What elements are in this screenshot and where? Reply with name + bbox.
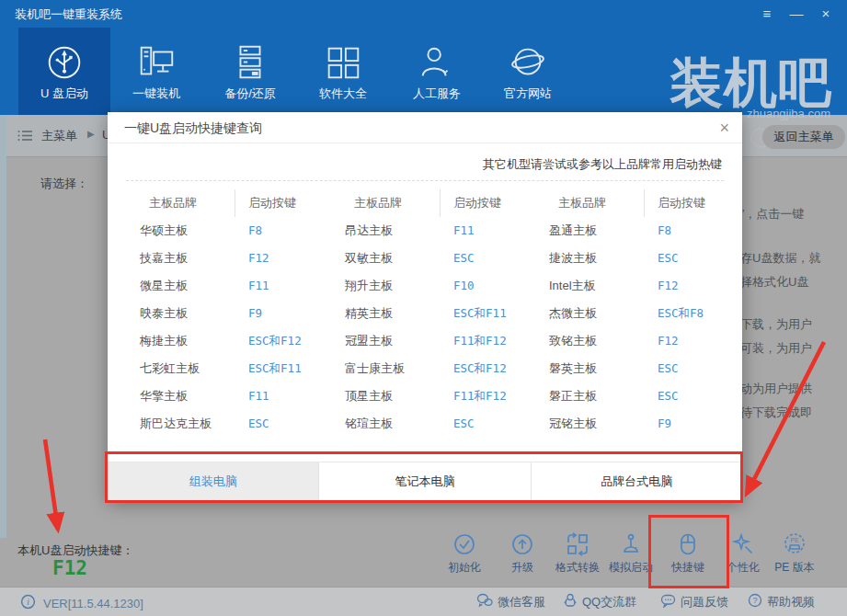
table-cell-brand: 精英主板 <box>345 300 440 327</box>
nav-item-official-site[interactable]: 官方网站 <box>482 28 574 115</box>
version-text: VER[11.5.44.1230] <box>43 597 143 610</box>
dialog-tab-bar: 组装电脑 笔记本电脑 品牌台式电脑 <box>108 462 742 501</box>
window-controls: ≡ — × <box>759 4 834 24</box>
nav-label: 备份/还原 <box>204 86 296 102</box>
table-cell-brand: 双敏主板 <box>345 245 440 272</box>
main-nav: U 盘启动 一键装机 备份/还原 软件大全 <box>0 28 847 115</box>
hotkey-query-dialog: 一键U盘启动快捷键查询 × 其它机型请尝试或参考以上品牌常用启动热键 主板品牌 … <box>108 112 742 501</box>
table-cell-key: ESC <box>644 245 753 272</box>
table-cell-key: ESC <box>644 355 753 382</box>
table-cell-brand: 冠铭主板 <box>549 410 644 438</box>
table-cell-brand: 磐正主板 <box>549 382 644 410</box>
hotkey-table-group-2: 主板品牌 启动按键 昂达主板F11 双敏主板ESC 翔升主板F10 精英主板ES… <box>345 189 549 438</box>
link-qq-group[interactable]: QQ交流群 <box>563 593 636 611</box>
app-title: 装机吧一键重装系统 <box>15 6 122 23</box>
person-icon <box>391 40 483 86</box>
statusbar: i VER[11.5.44.1230] 微信客服 QQ交流群 <box>0 587 847 616</box>
table-cell-brand: 磐英主板 <box>549 355 644 382</box>
nav-label: U 盘启动 <box>18 86 110 102</box>
nav-label: 人工服务 <box>391 86 483 102</box>
col-header-brand: 主板品牌 <box>345 189 440 217</box>
brand-logo: 装机吧 zhuangjiba.com <box>607 53 832 120</box>
table-cell-key: ESC和F12 <box>235 327 344 355</box>
footer-link-label: 问题反馈 <box>681 594 728 610</box>
table-cell-key: ESC <box>440 245 549 272</box>
hotkey-table-group-3: 主板品牌 启动按键 盈通主板F8 捷波主板ESC Intel主板F12 杰微主板… <box>549 189 753 438</box>
globe-icon <box>482 40 574 86</box>
divider <box>108 143 742 143</box>
table-cell-key: F12 <box>235 245 344 272</box>
col-header-key: 启动按键 <box>235 189 344 217</box>
table-cell-key: F11和F12 <box>440 382 549 410</box>
table-cell-brand: 杰微主板 <box>549 300 644 327</box>
tab-laptop[interactable]: 笔记本电脑 <box>318 462 530 501</box>
table-cell-key: ESC和F11 <box>440 300 549 327</box>
table-cell-key: F11 <box>235 272 344 300</box>
logo-text: 装机吧 <box>607 53 832 112</box>
minimize-icon[interactable]: — <box>788 4 805 24</box>
table-cell-brand: 翔升主板 <box>345 272 440 300</box>
table-cell-brand: 梅捷主板 <box>140 327 235 355</box>
table-cell-key: ESC <box>235 410 344 438</box>
nav-item-one-key-install[interactable]: 一键装机 <box>110 28 202 115</box>
tab-assembled-pc[interactable]: 组装电脑 <box>108 462 318 501</box>
breadcrumb-arrow-icon: ▶ <box>87 129 95 139</box>
dialog-note: 其它机型请尝试或参考以上品牌常用启动热键 <box>483 156 722 173</box>
col-header-key: 启动按键 <box>440 189 549 217</box>
footer-link-label: 帮助视频 <box>767 594 815 610</box>
table-cell-brand: 致铭主板 <box>549 327 644 355</box>
table-cell-brand: 昂达主板 <box>345 217 440 245</box>
table-cell-brand: Intel主板 <box>549 272 644 300</box>
table-cell-brand: 华擎主板 <box>140 382 235 410</box>
left-edge-strip <box>0 115 6 538</box>
list-icon <box>17 129 33 145</box>
close-icon[interactable]: × <box>818 4 834 24</box>
table-cell-key: ESC和F8 <box>644 300 753 327</box>
wechat-icon <box>476 593 493 611</box>
table-cell-key: F11 <box>235 382 344 410</box>
qq-icon <box>563 593 578 611</box>
link-help-video[interactable]: ? 帮助视频 <box>748 593 815 611</box>
tab-brand-desktop[interactable]: 品牌台式电脑 <box>531 462 742 501</box>
table-cell-key: ESC和F11 <box>235 355 344 382</box>
table-cell-brand: 铭瑄主板 <box>345 410 440 438</box>
info-icon: i <box>20 594 36 613</box>
footer-link-label: 微信客服 <box>498 594 545 610</box>
hotkey-table-group-1: 主板品牌 启动按键 华硕主板F8 技嘉主板F12 微星主板F11 映泰主板F9 … <box>140 189 344 438</box>
table-cell-key: F10 <box>440 272 549 300</box>
return-main-menu-button[interactable]: 返回主菜单 <box>762 125 845 149</box>
dialog-close-icon[interactable]: × <box>719 118 729 138</box>
table-cell-brand: 华硕主板 <box>140 217 235 245</box>
usb-icon <box>18 40 110 86</box>
table-cell-key: F9 <box>644 410 753 438</box>
nav-item-human-service[interactable]: 人工服务 <box>391 28 483 115</box>
table-cell-key: F12 <box>644 327 753 355</box>
link-wechat-support[interactable]: 微信客服 <box>476 593 545 611</box>
table-cell-key: ESC <box>644 382 753 410</box>
table-cell-brand: 映泰主板 <box>140 300 235 327</box>
table-cell-brand: 技嘉主板 <box>140 245 235 272</box>
table-cell-brand: 盈通主板 <box>549 217 644 245</box>
nav-item-backup-restore[interactable]: 备份/还原 <box>204 28 296 115</box>
dialog-title: 一键U盘启动快捷键查询 <box>124 120 262 137</box>
toolbar-label: PE 版本 <box>756 560 833 576</box>
toolbar-pe-version[interactable]: PE PE 版本 <box>756 531 833 576</box>
svg-text:?: ? <box>752 596 757 605</box>
computer-icon <box>110 40 202 86</box>
table-cell-brand: 冠盟主板 <box>345 327 440 355</box>
nav-label: 一键装机 <box>110 86 202 102</box>
table-cell-key: F8 <box>644 217 753 245</box>
table-cell-brand: 富士康主板 <box>345 355 440 382</box>
menu-icon[interactable]: ≡ <box>759 4 775 24</box>
link-feedback[interactable]: 问题反馈 <box>660 593 728 611</box>
table-cell-key: F8 <box>235 217 344 245</box>
table-cell-brand: 七彩虹主板 <box>140 355 235 382</box>
table-cell-brand: 微星主板 <box>140 272 235 300</box>
chat-dots-icon <box>660 593 676 611</box>
pe-badge-icon: PE <box>756 531 833 557</box>
breadcrumb-main-menu[interactable]: 主菜单 <box>41 128 77 144</box>
dashed-divider <box>126 180 724 181</box>
nav-item-usb-boot[interactable]: U 盘启动 <box>18 28 110 115</box>
table-cell-brand: 捷波主板 <box>549 245 644 272</box>
nav-item-software[interactable]: 软件大全 <box>297 28 389 115</box>
